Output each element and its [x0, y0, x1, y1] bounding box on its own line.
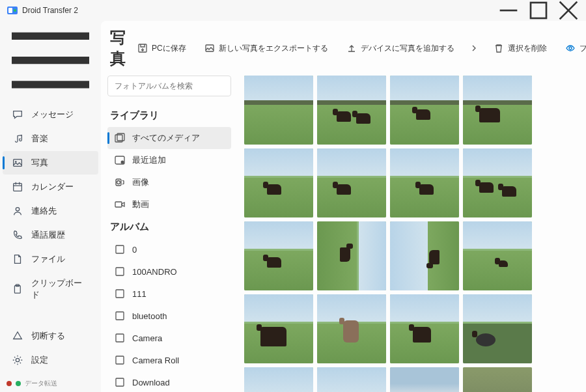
delete-selection-button[interactable]: 選択を削除: [487, 39, 553, 58]
photo-thumb[interactable]: [317, 221, 386, 290]
add-device-button[interactable]: デバイスに写真を追加する: [340, 39, 461, 58]
album-item[interactable]: Download: [107, 371, 231, 392]
svg-rect-4: [531, 3, 546, 18]
library-recent[interactable]: 最近追加: [107, 149, 231, 171]
more-button[interactable]: [466, 39, 482, 57]
message-icon: [12, 109, 23, 120]
app-icon: [7, 5, 18, 16]
album-icon: [114, 354, 126, 366]
nav-files[interactable]: ファイル: [3, 247, 98, 271]
close-button[interactable]: [553, 0, 583, 21]
eye-icon: [565, 43, 576, 53]
chevron-right-icon: [469, 43, 479, 53]
photo-icon: [12, 157, 23, 169]
preview-button[interactable]: プレビュー: [559, 39, 586, 58]
nav-label: 切断する: [31, 330, 65, 342]
save-pc-button[interactable]: PCに保存: [131, 39, 193, 58]
album-label: Camera: [132, 333, 162, 343]
list-label: すべてのメディア: [132, 132, 200, 144]
photo-thumb[interactable]: [390, 76, 459, 145]
library-images[interactable]: 画像: [107, 171, 231, 193]
album-item[interactable]: Camera: [107, 327, 231, 349]
photo-thumb[interactable]: [463, 148, 532, 217]
photo-thumb[interactable]: [244, 294, 313, 363]
nav-label: 通話履歴: [31, 229, 65, 241]
photo-thumb[interactable]: [463, 367, 532, 392]
album-item[interactable]: Camera Roll: [107, 349, 231, 371]
photo-thumb[interactable]: [390, 294, 459, 363]
nav-rail: メッセージ 音楽 写真 カレンダー 連絡先 通話履歴: [0, 21, 101, 392]
svg-rect-32: [116, 290, 124, 298]
photo-thumb[interactable]: [244, 221, 313, 290]
hamburger-button[interactable]: [0, 21, 101, 100]
minimize-button[interactable]: [494, 0, 523, 21]
photo-thumb[interactable]: [317, 294, 386, 363]
list-label: 画像: [132, 176, 149, 188]
export-new-button[interactable]: 新しい写真をエクスポートする: [198, 39, 335, 58]
tool-label: デバイスに写真を追加する: [361, 43, 454, 54]
calendar-icon: [12, 181, 23, 193]
library-header: ライブラリ: [107, 104, 231, 127]
photo-thumb[interactable]: [463, 221, 532, 290]
trash-icon: [494, 43, 504, 53]
svg-rect-21: [206, 45, 214, 51]
photo-thumb[interactable]: [317, 367, 386, 392]
library-videos[interactable]: 動画: [107, 193, 231, 216]
status-dot-green: [16, 381, 21, 386]
titlebar: Droid Transfer 2: [0, 0, 586, 21]
photo-thumb[interactable]: [244, 76, 313, 145]
nav-label: 音楽: [31, 133, 48, 145]
library-all-media[interactable]: すべてのメディア: [107, 127, 231, 149]
svg-rect-36: [116, 378, 124, 386]
maximize-button[interactable]: [523, 0, 553, 21]
svg-point-28: [117, 181, 120, 184]
svg-point-2: [14, 9, 16, 12]
disconnect-icon: [12, 330, 23, 342]
album-label: Download: [132, 378, 170, 387]
photo-thumb[interactable]: [317, 76, 386, 145]
nav-calendar[interactable]: カレンダー: [3, 175, 98, 199]
tool-label: PCに保存: [152, 43, 186, 54]
nav-messages[interactable]: メッセージ: [3, 103, 98, 126]
nav-calls[interactable]: 通話履歴: [3, 223, 98, 247]
nav-label: 連絡先: [31, 205, 57, 217]
contact-icon: [12, 205, 23, 217]
album-item[interactable]: 0: [107, 238, 231, 260]
svg-point-19: [16, 358, 19, 361]
photo-sidebar: ライブラリ すべてのメディア 最近追加 画像 動画 アルバム: [101, 76, 238, 392]
photo-thumb[interactable]: [390, 221, 459, 290]
photo-thumb[interactable]: [317, 148, 386, 217]
nav-contacts[interactable]: 連絡先: [3, 199, 98, 223]
list-label: 動画: [132, 199, 149, 210]
nav-clipboard[interactable]: クリップボード: [3, 272, 98, 307]
media-icon: [114, 132, 126, 144]
nav-settings[interactable]: 設定: [3, 348, 98, 372]
nav-disconnect[interactable]: 切断する: [3, 324, 98, 348]
album-icon: [114, 266, 126, 277]
nav-label: クリップボード: [31, 277, 89, 301]
status-dot-red: [7, 381, 12, 386]
photo-thumb[interactable]: [390, 148, 459, 217]
nav-photos[interactable]: 写真: [3, 151, 98, 175]
photo-thumb[interactable]: [463, 76, 532, 145]
toolbar: 写真 PCに保存 新しい写真をエクスポートする デバイスに写真を追加する 選択を…: [101, 21, 586, 76]
nav-music[interactable]: 音楽: [3, 127, 98, 150]
nav-label: 写真: [31, 157, 48, 169]
album-item[interactable]: bluetooth: [107, 305, 231, 327]
search-input[interactable]: [107, 76, 231, 96]
nav-label: ファイル: [31, 253, 65, 265]
nav-items: メッセージ 音楽 写真 カレンダー 連絡先 通話履歴: [0, 100, 101, 324]
photo-thumb[interactable]: [244, 367, 313, 392]
photo-thumb[interactable]: [244, 148, 313, 217]
album-header: アルバム: [107, 216, 231, 238]
svg-rect-35: [116, 356, 124, 364]
content: 写真 PCに保存 新しい写真をエクスポートする デバイスに写真を追加する 選択を…: [101, 21, 586, 392]
status-label: データ転送: [25, 379, 57, 388]
album-icon: [114, 332, 126, 344]
upload-icon: [346, 43, 357, 53]
svg-point-22: [569, 47, 572, 49]
album-item[interactable]: 111: [107, 283, 231, 305]
photo-thumb[interactable]: [390, 367, 459, 392]
photo-thumb[interactable]: [463, 294, 532, 363]
album-item[interactable]: 100ANDRO: [107, 260, 231, 283]
